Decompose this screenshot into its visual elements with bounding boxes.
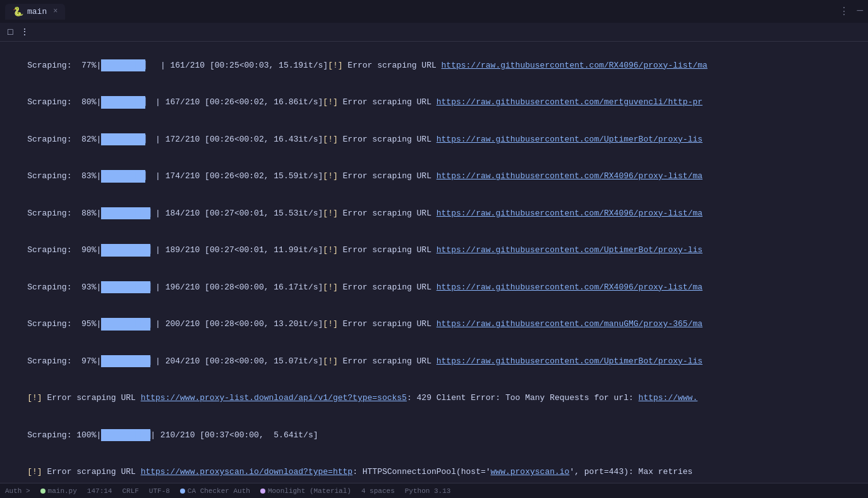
scraping-line-5: Scraping: 88%|██████████ | 184/210 [00:2…: [8, 195, 860, 232]
status-checker: CA Checker Auth: [180, 487, 250, 495]
scraping-complete-line: Scraping: 100%|██████████| 210/210 [00:3…: [8, 416, 860, 454]
status-bar: Auth > main.py 147:14 CRLF UTF-8 CA Chec…: [0, 483, 868, 498]
status-spaces-text: 4 spaces: [361, 487, 395, 495]
scraping-line-4: Scraping: 83%|█████████ | 174/210 [00:26…: [8, 158, 860, 195]
status-branch-text: Auth >: [5, 487, 30, 495]
toolbar-menu-icon[interactable]: ⋮: [20, 27, 29, 37]
scraping-line-7: Scraping: 93%|██████████ | 196/210 [00:2…: [8, 269, 860, 306]
scraping-line-6: Scraping: 90%|██████████ | 189/210 [00:2…: [8, 232, 860, 269]
title-bar: 🐍 main × ⋮ —: [0, 0, 868, 23]
status-spaces: 4 spaces: [361, 487, 395, 495]
status-checker-dot: [180, 489, 185, 494]
tab-emoji: 🐍: [13, 6, 23, 17]
terminal-output[interactable]: Scraping: 77%|█████████ | 161/210 [00:25…: [0, 42, 868, 483]
status-encoding: CRLF: [122, 487, 138, 495]
status-moonlight-dot: [260, 489, 265, 494]
status-charset-text: UTF-8: [149, 487, 170, 495]
scraping-line-1: Scraping: 77%|█████████ | 161/210 [00:25…: [8, 47, 860, 84]
scraping-line-3: Scraping: 82%|█████████ | 172/210 [00:26…: [8, 121, 860, 158]
main-tab[interactable]: 🐍 main ×: [5, 4, 65, 20]
status-file-dot: [40, 489, 45, 494]
status-python: Python 3.13: [405, 487, 451, 495]
proxyscan-error-http: [!] Error scraping URL https://www.proxy…: [8, 454, 860, 483]
status-charset: UTF-8: [149, 487, 170, 495]
status-encoding-text: CRLF: [122, 487, 138, 495]
tab-name: main: [27, 7, 47, 16]
more-options-icon[interactable]: ⋮: [839, 5, 849, 18]
status-moonlight-text: Moonlight (Material): [268, 487, 351, 495]
scraping-line-8: Scraping: 95%|██████████ | 200/210 [00:2…: [8, 306, 860, 343]
status-moonlight: Moonlight (Material): [260, 487, 351, 495]
status-position: 147:14: [87, 487, 112, 495]
error-socks5-line: [!] Error scraping URL https://www.proxy…: [8, 380, 860, 417]
status-file: main.py: [40, 487, 77, 495]
minimize-icon[interactable]: —: [857, 5, 863, 18]
status-position-text: 147:14: [87, 487, 112, 495]
toolbar-square-icon[interactable]: □: [8, 27, 13, 37]
tab-close-button[interactable]: ×: [53, 7, 57, 16]
status-python-text: Python 3.13: [405, 487, 451, 495]
status-file-text: main.py: [48, 487, 77, 495]
scraping-line-9: Scraping: 97%|██████████ | 204/210 [00:2…: [8, 343, 860, 380]
toolbar: □ ⋮: [0, 23, 868, 42]
title-bar-controls: ⋮ —: [839, 5, 863, 18]
scraping-line-2: Scraping: 80%|█████████ | 167/210 [00:26…: [8, 84, 860, 121]
status-branch: Auth >: [5, 487, 30, 495]
status-checker-text: CA Checker Auth: [188, 487, 250, 495]
